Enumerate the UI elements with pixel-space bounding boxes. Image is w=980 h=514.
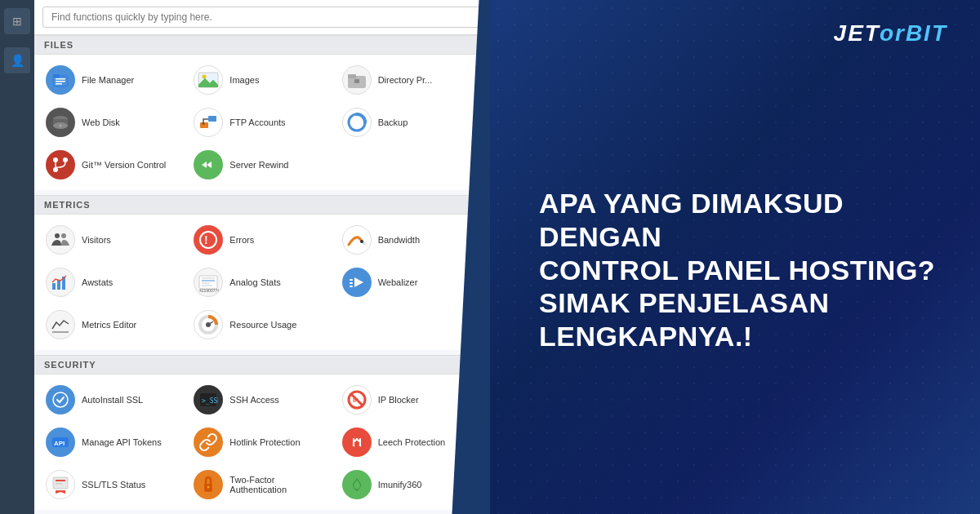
webalizer-item[interactable]: Webalizer <box>337 262 483 303</box>
svg-rect-15 <box>208 116 216 122</box>
autoinstall-ssl-label: AutoInstall SSL <box>82 395 143 405</box>
ip-blocker-label: IP Blocker <box>378 395 419 405</box>
right-panel: JETorBIT APA YANG DIMAKSUD DENGAN CONTRO… <box>490 0 980 514</box>
directory-privacy-item[interactable]: Directory Pr... <box>337 60 483 100</box>
manage-api-tokens-item[interactable]: API Manage API Tokens <box>41 422 187 463</box>
server-rewind-item[interactable]: Server Rewind <box>189 144 335 185</box>
ssl-tls-status-label: SSL/TLS Status <box>82 480 145 490</box>
awstats-label: Awstats <box>82 277 113 287</box>
svg-marker-43 <box>354 277 363 287</box>
svg-rect-34 <box>199 276 217 289</box>
resource-usage-icon <box>194 310 223 339</box>
ssl-tls-status-item[interactable]: SSL/TLS Status <box>41 464 187 505</box>
autoinstall-ssl-item[interactable]: AutoInstall SSL <box>41 379 187 420</box>
git-version-control-icon <box>46 150 75 179</box>
autoinstall-ssl-icon <box>46 385 75 414</box>
git-version-control-item[interactable]: Git™ Version Control <box>41 144 187 185</box>
webalizer-icon <box>342 268 372 297</box>
svg-point-48 <box>53 392 68 407</box>
analog-stats-item[interactable]: 4219007741 264800370 714836879 Analog St… <box>189 262 335 303</box>
svg-rect-32 <box>57 280 60 290</box>
svg-rect-31 <box>52 283 56 290</box>
images-icon <box>194 65 223 95</box>
web-disk-item[interactable]: Web Disk <box>41 102 187 143</box>
imunify360-label: Imunify360 <box>378 480 422 490</box>
directory-privacy-label: Directory Pr... <box>378 75 433 85</box>
file-manager-icon <box>46 65 75 95</box>
svg-rect-42 <box>350 286 353 287</box>
errors-item[interactable]: ! Errors <box>189 219 335 260</box>
ip-blocker-item[interactable]: IP IP Blocker <box>337 379 483 420</box>
metrics-section: METRICS Visitors ! Errors <box>34 195 490 350</box>
git-label: Git™ Version Control <box>82 160 166 170</box>
analog-stats-icon: 4219007741 264800370 714836879 <box>194 268 223 297</box>
hotlink-protection-icon <box>194 428 223 457</box>
svg-point-14 <box>60 125 62 127</box>
visitors-item[interactable]: Visitors <box>41 219 187 260</box>
ssh-access-label: SSH Access <box>229 395 279 405</box>
webalizer-label: Webalizer <box>378 277 418 287</box>
ftp-accounts-item[interactable]: FTP Accounts <box>189 102 335 143</box>
awstats-item[interactable]: Awstats <box>41 262 187 303</box>
cpanel-content: FILES File Manager Images <box>34 35 490 514</box>
svg-text:IP: IP <box>353 397 359 403</box>
svg-text:>_SSH: >_SSH <box>202 397 218 405</box>
svg-rect-4 <box>56 83 62 85</box>
svg-point-61 <box>207 486 210 489</box>
security-section-header: SECURITY <box>34 355 490 374</box>
two-factor-auth-item[interactable]: Two-Factor Authentication <box>189 464 335 505</box>
ssh-access-item[interactable]: >_SSH SSH Access <box>189 379 335 420</box>
metrics-editor-label: Metrics Editor <box>82 320 136 330</box>
main-text: APA YANG DIMAKSUD DENGAN CONTROL PANEL H… <box>539 47 947 494</box>
svg-text:!: ! <box>204 233 208 246</box>
file-manager-item[interactable]: File Manager <box>41 60 187 100</box>
search-input[interactable] <box>42 7 482 28</box>
svg-rect-3 <box>56 81 65 82</box>
security-section: SECURITY AutoInstall SSL >_SSH SSH Acces… <box>34 355 490 510</box>
svg-text:API: API <box>54 440 65 447</box>
images-label: Images <box>229 75 259 85</box>
headline-line4: LENGKAPNYA.! <box>539 320 947 353</box>
sidebar-grid-icon[interactable]: ⊞ <box>4 8 30 34</box>
bandwidth-item[interactable]: Bandwidth <box>337 219 483 260</box>
files-section: FILES File Manager Images <box>34 35 490 190</box>
analog-stats-label: Analog Stats <box>229 277 280 287</box>
ftp-accounts-icon <box>194 108 223 137</box>
svg-rect-41 <box>350 282 353 284</box>
svg-point-30 <box>360 240 363 243</box>
files-section-header: FILES <box>34 35 490 55</box>
file-manager-label: File Manager <box>82 75 134 85</box>
hotlink-protection-item[interactable]: Hotlink Protection <box>189 422 335 463</box>
server-rewind-icon <box>194 150 223 179</box>
bandwidth-icon <box>342 225 372 255</box>
ftp-accounts-label: FTP Accounts <box>229 117 285 127</box>
files-grid: File Manager Images Directory Pr... <box>34 55 490 190</box>
images-item[interactable]: Images <box>189 60 335 100</box>
cpanel-panel: ⊞ 👤 FILES File Manager <box>0 0 490 514</box>
svg-point-22 <box>63 157 68 162</box>
svg-point-21 <box>53 167 58 172</box>
awstats-icon <box>46 268 75 297</box>
logo-text: JETorBIT <box>834 20 947 47</box>
hotlink-protection-label: Hotlink Protection <box>229 437 300 447</box>
sidebar-user-icon[interactable]: 👤 <box>4 47 30 73</box>
web-disk-icon <box>46 108 75 137</box>
ssl-tls-status-icon <box>46 470 75 499</box>
manage-api-tokens-label: Manage API Tokens <box>82 437 162 447</box>
svg-rect-59 <box>56 483 62 485</box>
imunify360-item[interactable]: Imunify360 <box>337 464 483 505</box>
backup-label: Backup <box>378 117 408 127</box>
svg-rect-58 <box>56 480 65 481</box>
logo: JETorBIT <box>539 20 947 47</box>
leech-protection-item[interactable]: Leech Protection <box>337 422 483 463</box>
backup-item[interactable]: Backup <box>337 102 483 143</box>
metrics-editor-icon <box>46 310 75 339</box>
headline-line1: APA YANG DIMAKSUD DENGAN <box>539 187 947 254</box>
metrics-editor-item[interactable]: Metrics Editor <box>41 304 187 345</box>
headline-line3: SIMAK PENJELASAN <box>539 286 947 320</box>
search-bar <box>34 0 490 35</box>
metrics-grid: Visitors ! Errors Bandwidth <box>34 215 490 350</box>
resource-usage-item[interactable]: Resource Usage <box>189 304 335 345</box>
security-grid: AutoInstall SSL >_SSH SSH Access IP IP B… <box>34 374 490 510</box>
svg-rect-10 <box>354 79 359 83</box>
